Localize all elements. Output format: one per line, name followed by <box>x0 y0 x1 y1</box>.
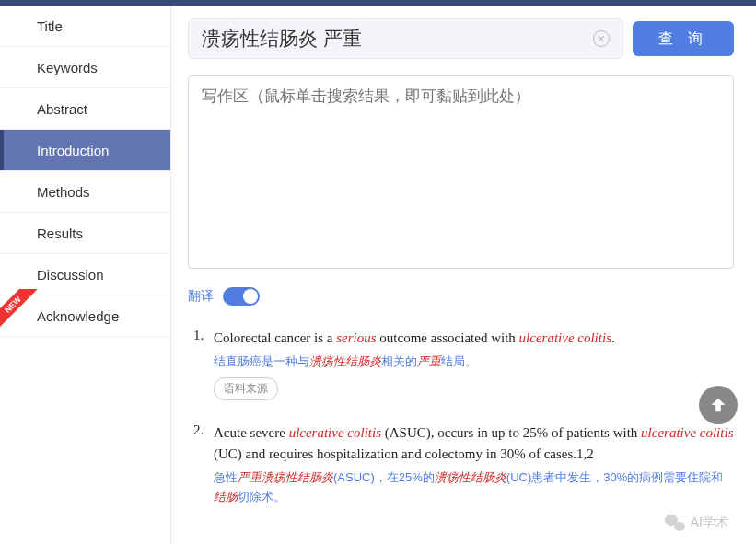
sidebar: TitleKeywordsAbstractIntroductionMethods… <box>0 6 171 544</box>
sidebar-item-abstract[interactable]: Abstract <box>0 88 170 130</box>
result-english: Acute severe ulcerative colitis (ASUC), … <box>214 422 734 466</box>
result-body: Colorectal cancer is a serious outcome a… <box>214 328 734 400</box>
write-area[interactable] <box>188 75 734 269</box>
sidebar-item-title[interactable]: Title <box>0 6 170 47</box>
result-item[interactable]: 2.Acute severe ulcerative colitis (ASUC)… <box>193 422 734 507</box>
sidebar-item-results[interactable]: Results <box>0 213 170 254</box>
result-number: 1. <box>193 328 214 400</box>
watermark: AI学术 <box>665 515 728 531</box>
sidebar-item-keywords[interactable]: Keywords <box>0 47 170 88</box>
sidebar-item-methods[interactable]: Methods <box>0 171 170 213</box>
query-button[interactable]: 查 询 <box>633 21 734 56</box>
results-list: 1.Colorectal cancer is a serious outcome… <box>188 328 734 507</box>
scroll-top-button[interactable] <box>699 386 738 424</box>
search-input[interactable] <box>202 28 593 50</box>
source-button[interactable]: 语料来源 <box>214 377 278 400</box>
sidebar-item-introduction[interactable]: Introduction <box>0 130 170 171</box>
result-chinese: 急性严重溃疡性结肠炎(ASUC)，在25%的溃疡性结肠炎(UC)患者中发生，30… <box>214 469 734 507</box>
translate-toggle[interactable] <box>223 287 260 306</box>
search-box: ✕ <box>188 18 623 59</box>
sidebar-item-acknowledge[interactable]: Acknowledge <box>0 295 170 337</box>
watermark-text: AI学术 <box>691 515 728 531</box>
main-container: TitleKeywordsAbstractIntroductionMethods… <box>0 6 756 544</box>
result-chinese: 结直肠癌是一种与溃疡性结肠炎相关的严重结局。 <box>214 353 734 372</box>
translate-row: 翻译 <box>188 287 734 306</box>
result-item[interactable]: 1.Colorectal cancer is a serious outcome… <box>193 328 734 400</box>
sidebar-item-discussion[interactable]: Discussion <box>0 254 170 295</box>
main-panel: ✕ 查 询 翻译 1.Colorectal cancer is a seriou… <box>171 6 756 544</box>
clear-icon[interactable]: ✕ <box>593 30 610 47</box>
wechat-icon <box>665 515 685 531</box>
search-row: ✕ 查 询 <box>188 18 734 59</box>
result-body: Acute severe ulcerative colitis (ASUC), … <box>214 422 734 507</box>
result-english: Colorectal cancer is a serious outcome a… <box>214 328 734 349</box>
translate-label: 翻译 <box>188 288 214 305</box>
result-number: 2. <box>193 422 214 507</box>
